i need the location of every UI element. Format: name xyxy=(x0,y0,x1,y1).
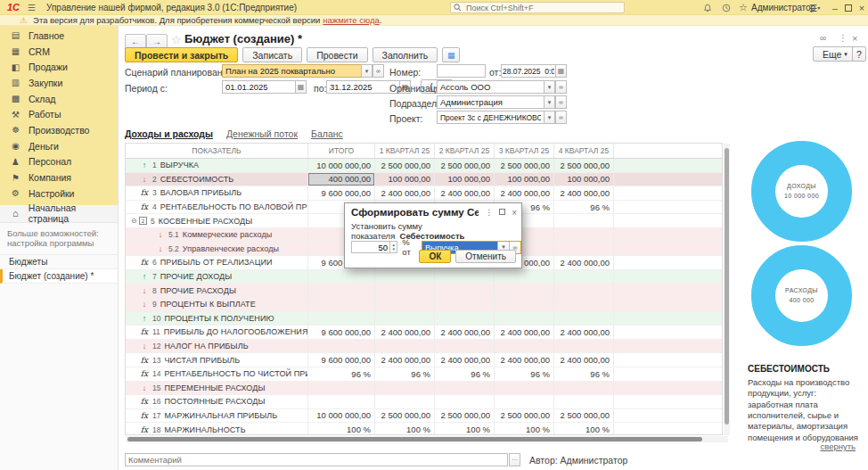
value-cell[interactable]: 2 500 000,00 xyxy=(495,409,554,423)
value-cell[interactable]: 9 600 000,00 xyxy=(308,326,375,339)
row-label-cell[interactable]: fx13ЧИСТАЯ ПРИБЫЛЬ xyxy=(126,353,308,367)
search-input[interactable] xyxy=(464,3,621,13)
date-input[interactable] xyxy=(501,64,556,78)
collapse-icon[interactable]: ⊖ xyxy=(131,217,139,225)
dialog-header[interactable]: Сформировать сумму Себес... ⋮ × xyxy=(345,203,521,218)
sidebar-item-sklad[interactable]: ▩Склад xyxy=(0,91,118,107)
value-cell[interactable] xyxy=(554,270,614,284)
value-cell[interactable]: 96 % xyxy=(554,367,614,381)
row-label-cell[interactable]: ↓5.2Управленческие расходы xyxy=(126,243,308,256)
row-label-cell[interactable]: ↓15ПЕРЕМЕННЫЕ РАСХОДЫ xyxy=(126,382,308,395)
cancel-button[interactable]: Отменить xyxy=(455,250,516,263)
form-favorite-star-icon[interactable]: ☆ xyxy=(171,33,182,46)
department-input[interactable] xyxy=(437,95,545,109)
value-cell[interactable] xyxy=(435,395,495,408)
value-cell[interactable]: 2 500 000,00 xyxy=(554,159,614,172)
value-cell[interactable] xyxy=(495,298,554,311)
value-cell[interactable]: 100 000,00 xyxy=(435,173,495,186)
close-icon[interactable]: × xyxy=(856,2,868,13)
main-menu-icon[interactable]: ☰ xyxy=(28,3,36,12)
percent-input[interactable] xyxy=(351,241,390,253)
row-label-cell[interactable]: ↑7ПРОЧИЕ ДОХОДЫ xyxy=(126,270,308,284)
value-cell[interactable] xyxy=(435,298,495,311)
organization-dropdown-icon[interactable]: ▾ xyxy=(544,80,555,94)
value-cell[interactable] xyxy=(554,214,614,227)
department-link-icon[interactable]: ∞ xyxy=(555,95,567,109)
value-cell[interactable] xyxy=(375,284,435,297)
value-cell[interactable] xyxy=(495,340,554,353)
row-label-cell[interactable]: fx11ПРИБЫЛЬ ДО НАЛОГООБЛОЖЕНИЯ xyxy=(126,326,308,339)
row-label-cell[interactable]: ↓5.1Коммерческие расходы xyxy=(126,228,308,242)
percent-stepper[interactable]: ▴▾ xyxy=(390,241,397,253)
value-cell[interactable] xyxy=(375,395,435,408)
value-cell[interactable] xyxy=(554,284,614,297)
value-cell[interactable] xyxy=(554,312,614,326)
tab-balans[interactable]: Баланс xyxy=(311,128,343,139)
value-cell[interactable] xyxy=(554,243,614,256)
date-calendar-icon[interactable]: ▦ xyxy=(555,64,567,78)
value-cell[interactable]: 2 500 000,00 xyxy=(435,159,495,172)
value-cell[interactable]: 100 % xyxy=(554,423,614,435)
sidebar-more-options[interactable]: Больше возможностей: настройка программы xyxy=(0,223,118,256)
dialog-more-icon[interactable]: ⋮ xyxy=(485,208,493,217)
value-cell[interactable]: 100 % xyxy=(375,423,435,435)
row-label-cell[interactable]: ↓2СЕБЕСТОИМОСТЬ xyxy=(126,173,308,186)
fill-button[interactable]: Заполнить xyxy=(373,47,438,62)
sidebar-item-kompaniya[interactable]: ⚑Компания xyxy=(0,169,118,186)
row-label-cell[interactable]: fx16ПОСТОЯННЫЕ РАСХОДЫ xyxy=(126,395,308,408)
sidebar-item-raboty[interactable]: ⚒Работы xyxy=(0,106,118,122)
row-label-cell[interactable]: fx17МАРЖИНАЛЬНАЯ ПРИБЫЛЬ xyxy=(126,409,308,423)
value-cell[interactable] xyxy=(554,298,614,311)
value-cell[interactable]: 400 000,00 xyxy=(308,173,375,186)
value-cell[interactable] xyxy=(554,228,614,242)
table-row[interactable]: ↓12НАЛОГ НА ПРИБЫЛЬ xyxy=(126,340,722,354)
value-cell[interactable] xyxy=(375,340,435,353)
value-cell[interactable]: 2 400 000,00 xyxy=(375,326,435,339)
table-row[interactable]: fx18МАРЖИНАЛЬНОСТЬ100 %100 %100 %100 %10… xyxy=(126,423,722,435)
value-cell[interactable]: 2 400 000,00 xyxy=(375,353,435,367)
value-cell[interactable]: 10 000 000,00 xyxy=(308,159,375,172)
sidebar-item-home[interactable]: ⌂ Начальная страница xyxy=(0,205,118,223)
value-cell[interactable]: 96 % xyxy=(375,367,435,381)
value-cell[interactable]: 2 400 000,00 xyxy=(495,326,554,339)
value-cell[interactable] xyxy=(554,382,614,395)
value-cell[interactable] xyxy=(495,312,554,326)
more-button[interactable]: Еще ▾ xyxy=(813,46,857,62)
value-cell[interactable] xyxy=(495,395,554,408)
value-cell[interactable]: 100 % xyxy=(435,423,495,435)
value-cell[interactable]: 100 000,00 xyxy=(554,173,614,186)
value-cell[interactable]: 2 400 000,00 xyxy=(375,186,435,200)
value-cell[interactable] xyxy=(495,270,554,284)
collapse-panel-link[interactable]: свернуть xyxy=(820,441,856,451)
sidebar-item-dengi[interactable]: ◉Деньги xyxy=(0,138,118,154)
sidebar-item-proizvodstvo[interactable]: ☸Производство xyxy=(0,122,118,138)
sidebar-item-prodazhi[interactable]: ◧Продажи xyxy=(0,59,118,75)
value-cell[interactable] xyxy=(554,340,614,353)
table-row[interactable]: fx16ПОСТОЯННЫЕ РАСХОДЫ xyxy=(126,395,722,409)
vertical-scroll-thumb[interactable] xyxy=(725,148,729,425)
comment-input[interactable] xyxy=(125,453,508,466)
form-more-icon[interactable]: ⋮ xyxy=(839,33,848,43)
scenario-link-icon[interactable]: ∞ xyxy=(373,64,384,78)
global-search[interactable] xyxy=(450,2,625,13)
value-cell[interactable]: 96 % xyxy=(554,201,614,214)
row-label-cell[interactable]: ↓9ПРОЦЕНТЫ К ВЫПЛАТЕ xyxy=(126,298,308,311)
period-from-input[interactable] xyxy=(222,80,296,94)
table-row[interactable]: ↓15ПЕРЕМЕННЫЕ РАСХОДЫ xyxy=(126,382,722,396)
value-cell[interactable] xyxy=(495,382,554,395)
project-dropdown-icon[interactable]: ▾ xyxy=(544,111,555,124)
value-cell[interactable]: 100 % xyxy=(495,423,554,435)
organization-link-icon[interactable]: ∞ xyxy=(555,80,567,94)
write-button[interactable]: Записать xyxy=(242,47,302,62)
value-cell[interactable]: 2 400 000,00 xyxy=(554,326,614,339)
notifications-bell-icon[interactable] xyxy=(701,2,714,13)
row-label-cell[interactable]: ⊖25КОСВЕННЫЕ РАСХОДЫ xyxy=(126,214,308,227)
row-label-cell[interactable]: fx4РЕНТАБЕЛЬНОСТЬ ПО ВАЛОВОЙ ПРИ... xyxy=(126,201,308,214)
value-cell[interactable]: 2 400 000,00 xyxy=(554,353,614,367)
value-cell[interactable]: 96 % xyxy=(495,367,554,381)
ok-button[interactable]: ОК xyxy=(419,250,451,263)
value-cell[interactable]: 96 % xyxy=(308,367,375,381)
sidebar-item-zakupki[interactable]: ▥Закупки xyxy=(0,75,118,91)
row-label-cell[interactable]: ↑1ВЫРУЧКА xyxy=(126,159,308,172)
value-cell[interactable]: 9 600 000,00 xyxy=(308,353,375,367)
